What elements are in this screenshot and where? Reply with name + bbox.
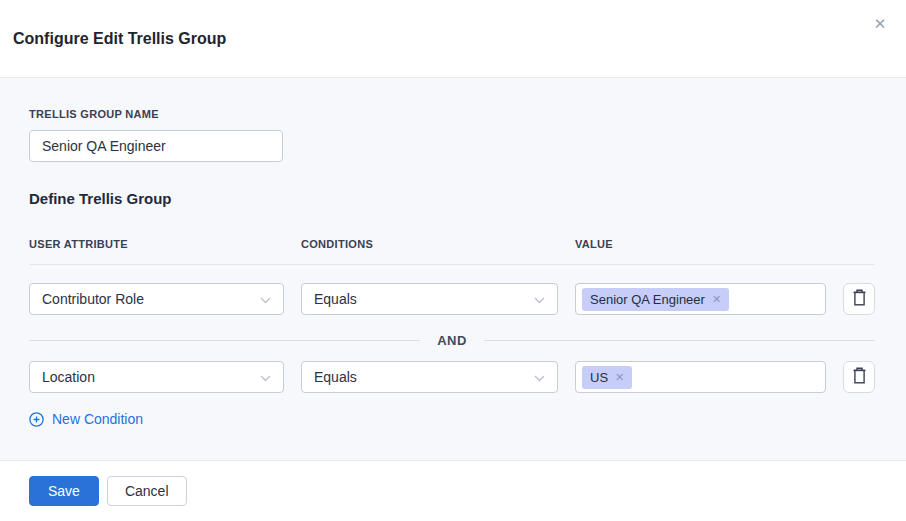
user-attribute-select-2[interactable]: Location	[29, 361, 284, 393]
value-input-2[interactable]: US ✕	[575, 361, 826, 393]
modal-title: Configure Edit Trellis Group	[13, 30, 226, 48]
value-tag: Senior QA Engineer ✕	[582, 288, 729, 311]
conditions-column-header: CONDITIONS	[301, 238, 558, 251]
delete-condition-button-1[interactable]	[843, 283, 875, 315]
user-attribute-column-header: USER ATTRIBUTE	[29, 238, 284, 251]
cancel-button[interactable]: Cancel	[107, 476, 187, 506]
user-attribute-select-1[interactable]: Contributor Role	[29, 283, 284, 315]
trellis-group-name-input[interactable]	[29, 130, 283, 162]
new-condition-button[interactable]: New Condition	[29, 411, 143, 427]
user-attribute-value-2: Location	[42, 369, 95, 385]
modal-header: Configure Edit Trellis Group	[0, 0, 906, 78]
separator-line	[484, 340, 875, 341]
value-input-1[interactable]: Senior QA Engineer ✕	[575, 283, 826, 315]
tag-remove-icon[interactable]: ✕	[712, 294, 721, 305]
and-separator: AND	[29, 333, 875, 348]
condition-select-2[interactable]: Equals	[301, 361, 558, 393]
trash-icon	[852, 289, 867, 309]
separator-line	[29, 340, 420, 341]
value-tag-label: US	[590, 370, 608, 385]
chevron-down-icon	[260, 291, 271, 307]
trellis-group-name-label: TRELLIS GROUP NAME	[29, 108, 875, 121]
value-tag-label: Senior QA Engineer	[590, 292, 705, 307]
value-tag: US ✕	[582, 366, 632, 389]
close-icon[interactable]: ✕	[870, 14, 890, 34]
new-condition-label: New Condition	[52, 411, 143, 427]
plus-circle-icon	[29, 412, 44, 427]
delete-condition-button-2[interactable]	[843, 361, 875, 393]
save-button[interactable]: Save	[29, 476, 99, 506]
define-trellis-group-heading: Define Trellis Group	[29, 190, 875, 208]
value-column-header: VALUE	[575, 238, 826, 251]
condition-value-2: Equals	[314, 369, 357, 385]
condition-column-headers: USER ATTRIBUTE CONDITIONS VALUE	[29, 238, 875, 251]
chevron-down-icon	[534, 291, 545, 307]
condition-row-1: Contributor Role Equals Senior QA Engine…	[29, 283, 875, 315]
join-operator-label: AND	[420, 333, 483, 348]
user-attribute-value-1: Contributor Role	[42, 291, 144, 307]
header-divider	[29, 264, 875, 265]
condition-row-2: Location Equals US ✕	[29, 361, 875, 393]
chevron-down-icon	[260, 369, 271, 385]
tag-remove-icon[interactable]: ✕	[615, 372, 624, 383]
trash-icon	[852, 367, 867, 387]
configure-trellis-group-modal: Configure Edit Trellis Group ✕ TRELLIS G…	[0, 0, 906, 521]
modal-body: TRELLIS GROUP NAME Define Trellis Group …	[0, 78, 906, 460]
condition-select-1[interactable]: Equals	[301, 283, 558, 315]
chevron-down-icon	[534, 369, 545, 385]
condition-value-1: Equals	[314, 291, 357, 307]
modal-footer: Save Cancel	[0, 460, 906, 521]
